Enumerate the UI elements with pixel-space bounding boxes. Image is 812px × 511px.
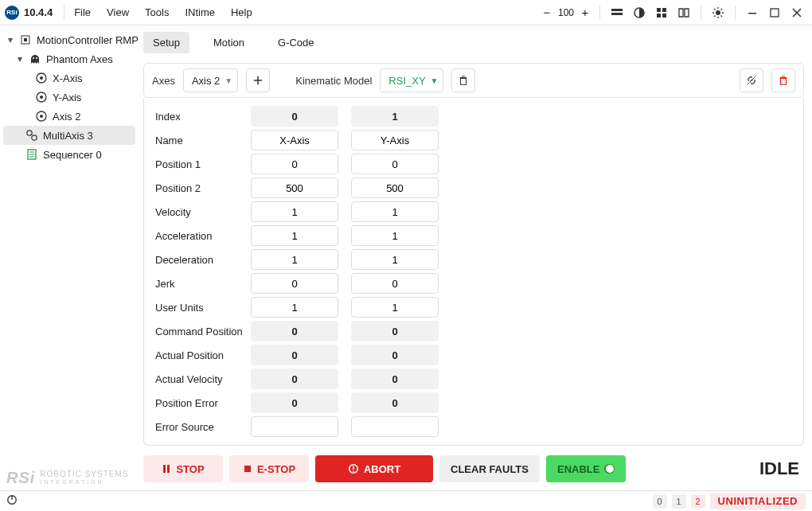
zoom-in-button[interactable]: +	[577, 5, 593, 21]
abort-button[interactable]: ABORT	[315, 455, 433, 482]
expand-arrow-1[interactable]: ⌄	[351, 439, 439, 446]
tab-gcode[interactable]: G-Code	[268, 32, 324, 53]
tree-y-axis[interactable]: Y-Axis	[3, 88, 140, 107]
svg-line-13	[721, 15, 723, 17]
contrast-icon[interactable]	[629, 2, 650, 23]
theme-icon[interactable]	[708, 2, 728, 23]
stop-button[interactable]: STOP	[143, 455, 223, 482]
svg-line-15	[721, 9, 723, 10]
power-icon[interactable]	[6, 494, 18, 508]
multiaxis-icon	[25, 129, 38, 142]
status-label: UNINITIALIZED	[710, 493, 806, 509]
enable-button[interactable]: ENABLE	[546, 455, 626, 482]
svg-rect-4	[662, 8, 666, 12]
svg-point-27	[40, 115, 43, 118]
tree-axis-2[interactable]: Axis 2	[3, 107, 140, 126]
prop-poserr: Position Error	[155, 397, 251, 409]
svg-point-20	[33, 57, 34, 59]
svg-rect-36	[167, 465, 170, 473]
delete-button[interactable]	[771, 68, 795, 92]
tab-motion[interactable]: Motion	[204, 32, 254, 53]
prop-velocity: Velocity	[155, 206, 251, 218]
menu-tools[interactable]: Tools	[139, 5, 175, 20]
pos2-input-1[interactable]	[351, 177, 439, 198]
prop-units: User Units	[155, 302, 251, 314]
status-badge-1[interactable]: 1	[672, 494, 686, 509]
clear-faults-button[interactable]: CLEAR FAULTS	[439, 455, 540, 482]
svg-rect-17	[771, 9, 779, 17]
pos1-input-1[interactable]	[351, 154, 439, 174]
status-badge-0[interactable]: 0	[653, 494, 667, 509]
svg-point-21	[36, 57, 37, 59]
axis-dropdown[interactable]: Axis 2 ▼	[183, 68, 238, 92]
tab-setup[interactable]: Setup	[143, 32, 189, 53]
menu-help[interactable]: Help	[224, 5, 259, 20]
sequencer-icon	[25, 148, 38, 161]
tree-x-axis[interactable]: X-Axis	[3, 68, 140, 88]
svg-rect-6	[662, 14, 666, 18]
tree-phantom-axes[interactable]: ▾ Phantom Axes	[3, 49, 140, 68]
tree-root[interactable]: ▾ MotionController RMP	[3, 30, 140, 49]
book-icon[interactable]	[673, 2, 694, 23]
svg-point-28	[27, 131, 32, 135]
delete-model-button[interactable]	[451, 68, 475, 92]
errsrc-1	[351, 416, 439, 437]
vel-input-1[interactable]	[351, 201, 439, 222]
accel-input-1[interactable]	[351, 225, 439, 246]
tree-sequencer[interactable]: Sequencer 0	[3, 145, 140, 164]
svg-point-29	[32, 135, 37, 140]
menu-file[interactable]: File	[68, 5, 97, 20]
axis-icon	[35, 72, 48, 84]
menu-intime[interactable]: INtime	[178, 5, 221, 20]
svg-point-40	[353, 470, 354, 472]
link-button[interactable]	[740, 68, 763, 92]
add-axis-button[interactable]	[246, 68, 270, 92]
axes-label: Axes	[152, 75, 175, 87]
ghost-icon	[29, 53, 41, 65]
prop-accel: Acceleration	[155, 230, 251, 242]
app-logo: RSi	[5, 6, 19, 20]
pos2-input-0[interactable]	[251, 177, 338, 198]
name-input-1[interactable]	[351, 130, 439, 150]
zoom-out-button[interactable]: −	[539, 5, 555, 21]
svg-rect-37	[244, 466, 251, 472]
close-button[interactable]	[787, 2, 807, 23]
svg-rect-5	[657, 14, 661, 18]
axis-icon	[35, 91, 48, 103]
name-input-0[interactable]	[251, 130, 338, 150]
errsrc-0	[251, 416, 338, 437]
units-input-1[interactable]	[351, 297, 439, 318]
chip-icon	[19, 33, 32, 46]
decel-input-0[interactable]	[251, 249, 338, 270]
vel-input-0[interactable]	[251, 201, 338, 222]
prop-pos1: Position 1	[155, 158, 251, 170]
pos1-input-0[interactable]	[251, 154, 338, 174]
accel-input-0[interactable]	[251, 225, 338, 246]
prop-cmdpos: Command Position	[155, 326, 251, 337]
property-grid: Index 0 1 Name Position 1 Position 2 Vel…	[143, 98, 804, 446]
jerk-input-1[interactable]	[351, 273, 439, 294]
menu-view[interactable]: View	[100, 5, 135, 20]
estop-button[interactable]: E-STOP	[229, 455, 309, 482]
minimize-button[interactable]	[742, 2, 763, 23]
layout-icon[interactable]	[607, 2, 627, 23]
svg-rect-0	[611, 9, 623, 11]
expand-arrow-0[interactable]: ⌄	[251, 439, 338, 446]
maximize-button[interactable]	[764, 2, 785, 23]
grid-icon[interactable]	[651, 2, 672, 23]
prop-pos2: Position 2	[155, 182, 251, 194]
decel-input-1[interactable]	[351, 249, 439, 270]
prop-errsrc: Error Source	[155, 421, 251, 433]
prop-jerk: Jerk	[155, 278, 251, 290]
tree-panel: ▾ MotionController RMP ▾ Phantom Axes X-…	[0, 25, 140, 490]
svg-rect-19	[24, 38, 27, 41]
svg-line-14	[714, 15, 716, 17]
status-badge-2[interactable]: 2	[691, 494, 705, 509]
tree-multiaxis[interactable]: MultiAxis 3	[3, 126, 135, 145]
state-label: IDLE	[759, 458, 804, 479]
model-dropdown[interactable]: RSI_XY ▼	[380, 68, 443, 92]
svg-point-23	[40, 76, 43, 80]
units-input-0[interactable]	[251, 297, 338, 318]
jerk-input-0[interactable]	[251, 273, 338, 294]
chevron-down-icon: ▼	[431, 76, 439, 85]
